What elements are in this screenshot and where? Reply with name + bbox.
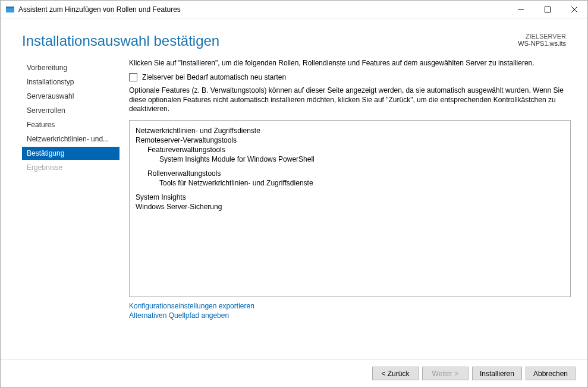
sidebar-item-label: Serverauswahl bbox=[27, 92, 74, 100]
optional-features-text: Optionale Features (z. B. Verwaltungstoo… bbox=[129, 86, 571, 114]
feature-item: System Insights bbox=[136, 193, 564, 201]
window-controls bbox=[507, 1, 587, 18]
sidebar-item-label: Ergebnisse bbox=[27, 163, 62, 172]
export-config-link[interactable]: Konfigurationseinstellungen exportieren bbox=[129, 302, 571, 310]
app-icon bbox=[5, 5, 15, 14]
next-button: Weiter > bbox=[422, 367, 468, 380]
restart-checkbox-row: Zielserver bei Bedarf automatisch neu st… bbox=[129, 73, 571, 81]
feature-item: System Insights Module for Windows Power… bbox=[159, 155, 564, 163]
maximize-button[interactable] bbox=[534, 1, 561, 18]
svg-rect-3 bbox=[545, 7, 550, 12]
feature-item: Netzwerkrichtlinien- und Zugriffsdienste bbox=[136, 127, 564, 135]
alt-sourcepath-link[interactable]: Alternativen Quellpfad angeben bbox=[129, 311, 571, 320]
sidebar-item-installationstyp[interactable]: Installationstyp bbox=[22, 75, 120, 89]
minimize-button[interactable] bbox=[507, 1, 534, 18]
sidebar-item-serverauswahl[interactable]: Serverauswahl bbox=[22, 90, 120, 103]
cancel-button[interactable]: Abbrechen bbox=[526, 367, 576, 380]
sidebar-item-label: Vorbereitung bbox=[27, 64, 67, 72]
wizard-header: Installationsauswahl bestätigen ZIELSERV… bbox=[1, 18, 587, 56]
close-button[interactable] bbox=[561, 1, 587, 18]
sidebar-item-netzwerkrichtlinien[interactable]: Netzwerkrichtlinien- und... bbox=[22, 133, 120, 146]
sidebar-item-label: Netzwerkrichtlinien- und... bbox=[27, 135, 109, 143]
sidebar-item-label: Serverrollen bbox=[27, 106, 65, 115]
sidebar-item-label: Installationstyp bbox=[27, 78, 74, 86]
target-server-info: ZIELSERVER WS-NPS1.ws.its bbox=[518, 33, 566, 47]
feature-item: Featureverwaltungstools bbox=[147, 146, 564, 154]
server-label: ZIELSERVER bbox=[518, 33, 566, 40]
features-list[interactable]: Netzwerkrichtlinien- und Zugriffsdienste… bbox=[129, 120, 571, 297]
install-button[interactable]: Installieren bbox=[472, 367, 522, 380]
titlebar: Assistent zum Hinzufügen von Rollen und … bbox=[1, 1, 587, 18]
sidebar-item-label: Features bbox=[27, 121, 55, 129]
server-name: WS-NPS1.ws.its bbox=[518, 40, 566, 47]
feature-item: Windows Server-Sicherung bbox=[136, 203, 564, 211]
wizard-body: Vorbereitung Installationstyp Serverausw… bbox=[1, 56, 587, 342]
sidebar-item-bestaetigung[interactable]: Bestätigung bbox=[22, 147, 120, 160]
restart-checkbox-label: Zielserver bei Bedarf automatisch neu st… bbox=[142, 73, 286, 81]
window-title: Assistent zum Hinzufügen von Rollen und … bbox=[18, 5, 181, 14]
sidebar-item-label: Bestätigung bbox=[27, 149, 64, 157]
sidebar-item-serverrollen[interactable]: Serverrollen bbox=[22, 104, 120, 117]
feature-item: Tools für Netzwerkrichtlinien- und Zugri… bbox=[159, 179, 564, 187]
sidebar: Vorbereitung Installationstyp Serverausw… bbox=[1, 56, 120, 342]
page-title: Installationsauswahl bestätigen bbox=[22, 33, 219, 49]
feature-item: Rollenverwaltungstools bbox=[147, 169, 564, 178]
sidebar-item-vorbereitung[interactable]: Vorbereitung bbox=[22, 61, 120, 74]
svg-rect-1 bbox=[6, 7, 14, 8]
wizard-footer: < Zurück Weiter > Installieren Abbrechen bbox=[1, 359, 587, 387]
feature-item: Remoteserver-Verwaltungstools bbox=[136, 136, 564, 144]
sidebar-item-features[interactable]: Features bbox=[22, 118, 120, 131]
intro-text: Klicken Sie auf "Installieren", um die f… bbox=[129, 59, 571, 67]
sidebar-item-ergebnisse: Ergebnisse bbox=[22, 161, 120, 174]
content-pane: Klicken Sie auf "Installieren", um die f… bbox=[120, 56, 587, 342]
links-area: Konfigurationseinstellungen exportieren … bbox=[129, 302, 571, 321]
restart-checkbox[interactable] bbox=[129, 73, 137, 81]
back-button[interactable]: < Zurück bbox=[372, 367, 419, 380]
